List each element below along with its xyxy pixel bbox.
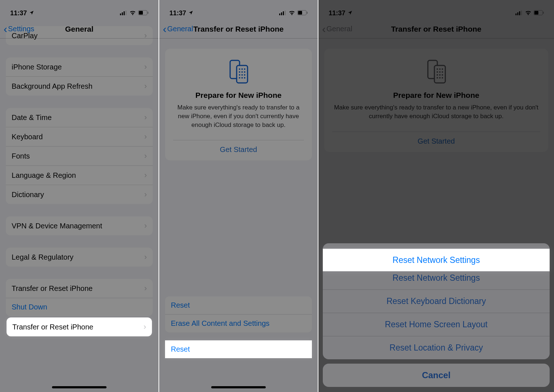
content-scroll[interactable]: CarPlay › iPhone Storage › Background Ap… — [0, 26, 158, 331]
svg-rect-10 — [285, 11, 286, 15]
svg-rect-7 — [279, 13, 280, 15]
svg-point-21 — [244, 71, 245, 73]
highlight-reset[interactable]: Reset — [165, 340, 312, 358]
status-bar: 11:37 — [0, 0, 158, 20]
row-dictionary[interactable]: Dictionary › — [6, 185, 153, 204]
svg-point-27 — [244, 77, 245, 79]
svg-point-39 — [442, 68, 443, 70]
svg-point-48 — [442, 77, 443, 79]
svg-rect-6 — [148, 12, 148, 14]
row-vpn[interactable]: VPN & Device Management › — [6, 216, 153, 235]
cellular-icon — [515, 9, 523, 17]
status-time: 11:37 — [10, 9, 27, 17]
row-label: Erase All Content and Settings — [171, 319, 269, 328]
row-lang-region[interactable]: Language & Region › — [6, 165, 153, 185]
row-legal[interactable]: Legal & Regulatory › — [6, 248, 153, 267]
back-label: General — [167, 25, 193, 33]
prepare-card: Prepare for New iPhone Make sure everyth… — [165, 49, 312, 160]
get-started-button[interactable]: Get Started — [173, 140, 304, 155]
sheet-reset-home-screen-layout[interactable]: Reset Home Screen Layout — [323, 313, 550, 336]
svg-rect-8 — [281, 12, 282, 15]
status-bar: 11:37 — [318, 0, 554, 20]
row-fonts[interactable]: Fonts › — [6, 146, 153, 165]
chevron-right-icon: › — [144, 284, 147, 293]
svg-point-24 — [244, 74, 245, 76]
svg-rect-3 — [125, 11, 127, 15]
row-label: iPhone Storage — [12, 63, 62, 71]
sheet-cancel-button[interactable]: Cancel — [323, 364, 550, 387]
row-shut-down[interactable]: Shut Down — [6, 298, 153, 316]
row-keyboard[interactable]: Keyboard › — [6, 127, 153, 146]
group-vpn: VPN & Device Management › — [6, 216, 153, 235]
cellular-icon — [120, 9, 127, 17]
back-button-general[interactable]: ‹ General — [163, 25, 193, 33]
card-subtitle: Make sure everything's ready to transfer… — [173, 103, 304, 129]
row-label: Shut Down — [12, 303, 47, 311]
svg-point-37 — [437, 68, 438, 70]
home-indicator[interactable] — [52, 386, 107, 388]
row-label: Legal & Regulatory — [12, 253, 73, 261]
row-iphone-storage[interactable]: iPhone Storage › — [6, 57, 153, 76]
row-reset[interactable]: Reset — [165, 296, 312, 314]
sheet-reset-location-privacy[interactable]: Reset Location & Privacy — [323, 336, 550, 359]
svg-rect-5 — [139, 11, 143, 15]
svg-point-22 — [239, 74, 240, 76]
back-label: General — [326, 25, 352, 33]
svg-point-44 — [439, 74, 441, 76]
nav-header: ‹ Settings General — [0, 20, 158, 39]
group-storage: iPhone Storage › Background App Refresh … — [6, 57, 153, 96]
page-title: Transfer or Reset iPhone — [391, 25, 482, 33]
row-label: Dictionary — [12, 191, 44, 199]
chevron-right-icon: › — [144, 62, 147, 72]
card-title: Prepare for New iPhone — [173, 91, 304, 100]
highlight-reset-network-settings[interactable]: Reset Network Settings — [323, 249, 550, 271]
row-date-time[interactable]: Date & Time › — [6, 108, 153, 127]
chevron-right-icon: › — [144, 132, 147, 141]
back-label: Settings — [8, 25, 34, 33]
status-bar: 11:37 — [159, 0, 318, 20]
back-button-settings[interactable]: ‹ Settings — [4, 25, 34, 33]
row-label: Language & Region — [12, 171, 76, 180]
screenshot-1-general: 11:37 ‹ Settings General CarPlay — [0, 0, 159, 392]
two-phones-icon — [423, 58, 450, 85]
svg-rect-13 — [307, 12, 308, 14]
row-label: Reset — [171, 301, 190, 309]
highlight-transfer-reset[interactable]: Transfer or Reset iPhone › — [7, 317, 152, 336]
svg-rect-30 — [519, 11, 520, 15]
content-scroll: Prepare for New iPhone Make sure everyth… — [318, 49, 554, 167]
svg-rect-1 — [122, 12, 123, 15]
screenshot-3-reset-sheet: 11:37 ‹ General Transfer or Reset iPhone — [318, 0, 554, 392]
content-scroll[interactable]: Prepare for New iPhone Make sure everyth… — [159, 49, 318, 347]
screenshot-2-transfer-reset: 11:37 ‹ General Transfer or Reset iPhone — [159, 0, 318, 392]
svg-rect-0 — [120, 13, 121, 15]
svg-rect-33 — [534, 11, 538, 15]
sheet-reset-keyboard-dictionary[interactable]: Reset Keyboard Dictionary — [323, 289, 550, 313]
svg-point-16 — [239, 68, 240, 70]
status-time: 11:37 — [169, 9, 186, 17]
card-title: Prepare for New iPhone — [332, 91, 540, 100]
wifi-icon — [289, 9, 295, 17]
svg-rect-12 — [298, 11, 302, 15]
svg-point-38 — [439, 68, 441, 70]
cellular-icon — [279, 9, 286, 17]
home-indicator[interactable] — [211, 386, 266, 388]
row-bg-refresh[interactable]: Background App Refresh › — [6, 76, 153, 96]
chevron-right-icon: › — [144, 151, 147, 161]
svg-point-18 — [244, 68, 245, 70]
svg-point-42 — [442, 71, 443, 73]
row-transfer-reset[interactable]: Transfer or Reset iPhone › — [6, 279, 153, 298]
row-label: Background App Refresh — [12, 82, 92, 91]
svg-point-26 — [241, 77, 243, 79]
chevron-right-icon: › — [144, 171, 147, 180]
svg-point-25 — [239, 77, 240, 79]
svg-rect-9 — [283, 11, 284, 15]
row-label: Date & Time — [12, 113, 52, 122]
row-erase-all[interactable]: Erase All Content and Settings — [165, 314, 312, 332]
chevron-right-icon: › — [144, 190, 147, 199]
back-button-general-dim: ‹ General — [322, 25, 352, 33]
chevron-right-icon: › — [144, 221, 147, 231]
battery-icon — [297, 9, 308, 17]
card-subtitle: Make sure everything's ready to transfer… — [332, 103, 540, 121]
get-started-button: Get Started — [332, 132, 540, 147]
page-title: Transfer or Reset iPhone — [193, 25, 284, 33]
